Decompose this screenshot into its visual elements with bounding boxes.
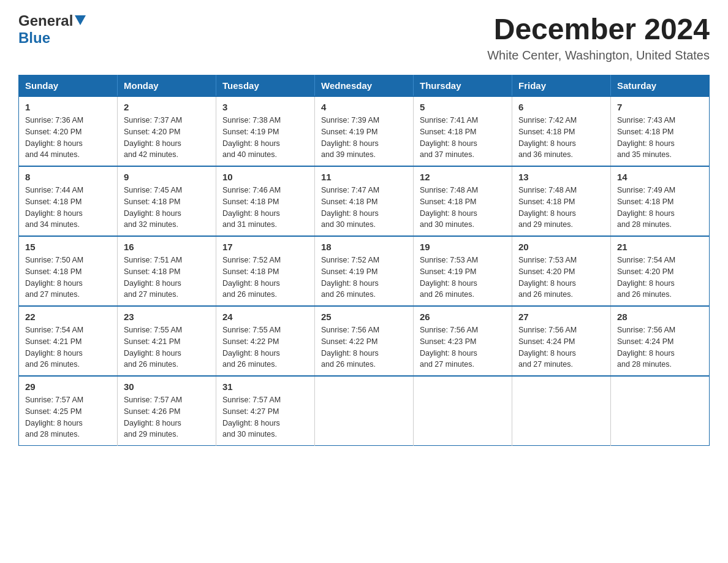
calendar-week-row-3: 15 Sunrise: 7:50 AMSunset: 4:18 PMDaylig… xyxy=(19,236,710,306)
day-info: Sunrise: 7:53 AMSunset: 4:20 PMDaylight:… xyxy=(518,255,604,301)
calendar-cell: 20 Sunrise: 7:53 AMSunset: 4:20 PMDaylig… xyxy=(512,236,611,306)
calendar-cell: 4 Sunrise: 7:39 AMSunset: 4:19 PMDayligh… xyxy=(315,96,414,166)
calendar-cell xyxy=(611,376,710,446)
day-number: 18 xyxy=(321,242,407,252)
calendar-cell: 26 Sunrise: 7:56 AMSunset: 4:23 PMDaylig… xyxy=(414,306,512,376)
day-number: 2 xyxy=(124,102,210,112)
calendar-cell: 31 Sunrise: 7:57 AMSunset: 4:27 PMDaylig… xyxy=(216,376,315,446)
calendar-header-tuesday: Tuesday xyxy=(216,75,315,97)
day-number: 14 xyxy=(617,172,703,182)
day-number: 30 xyxy=(124,381,210,392)
day-number: 22 xyxy=(25,312,111,322)
day-number: 16 xyxy=(124,242,210,252)
day-info: Sunrise: 7:39 AMSunset: 4:19 PMDaylight:… xyxy=(321,115,407,161)
day-number: 23 xyxy=(124,312,210,322)
calendar-header-wednesday: Wednesday xyxy=(315,75,414,97)
logo-triangle-icon xyxy=(75,15,86,28)
calendar-cell: 12 Sunrise: 7:48 AMSunset: 4:18 PMDaylig… xyxy=(414,166,512,236)
calendar-week-row-1: 1 Sunrise: 7:36 AMSunset: 4:20 PMDayligh… xyxy=(19,96,710,166)
day-info: Sunrise: 7:43 AMSunset: 4:18 PMDaylight:… xyxy=(617,115,703,161)
day-info: Sunrise: 7:56 AMSunset: 4:24 PMDaylight:… xyxy=(617,324,703,370)
day-info: Sunrise: 7:51 AMSunset: 4:18 PMDaylight:… xyxy=(124,255,210,301)
day-info: Sunrise: 7:55 AMSunset: 4:21 PMDaylight:… xyxy=(124,324,210,370)
day-number: 3 xyxy=(222,102,308,112)
day-number: 24 xyxy=(222,312,308,322)
calendar-cell: 5 Sunrise: 7:41 AMSunset: 4:18 PMDayligh… xyxy=(414,96,512,166)
day-info: Sunrise: 7:55 AMSunset: 4:22 PMDaylight:… xyxy=(222,324,308,370)
calendar-cell: 16 Sunrise: 7:51 AMSunset: 4:18 PMDaylig… xyxy=(118,236,216,306)
logo-blue-text: Blue xyxy=(18,29,50,46)
day-info: Sunrise: 7:53 AMSunset: 4:19 PMDaylight:… xyxy=(420,255,506,301)
day-number: 20 xyxy=(518,242,604,252)
calendar-week-row-5: 29 Sunrise: 7:57 AMSunset: 4:25 PMDaylig… xyxy=(19,376,710,446)
day-info: Sunrise: 7:57 AMSunset: 4:26 PMDaylight:… xyxy=(124,394,210,440)
calendar-cell xyxy=(315,376,414,446)
day-info: Sunrise: 7:44 AMSunset: 4:18 PMDaylight:… xyxy=(25,185,111,231)
day-info: Sunrise: 7:54 AMSunset: 4:21 PMDaylight:… xyxy=(25,324,111,370)
day-info: Sunrise: 7:56 AMSunset: 4:22 PMDaylight:… xyxy=(321,324,407,370)
calendar-cell xyxy=(512,376,611,446)
calendar-cell: 27 Sunrise: 7:56 AMSunset: 4:24 PMDaylig… xyxy=(512,306,611,376)
calendar-header-sunday: Sunday xyxy=(19,75,118,97)
day-info: Sunrise: 7:54 AMSunset: 4:20 PMDaylight:… xyxy=(617,255,703,301)
calendar-cell: 13 Sunrise: 7:48 AMSunset: 4:18 PMDaylig… xyxy=(512,166,611,236)
calendar-cell: 3 Sunrise: 7:38 AMSunset: 4:19 PMDayligh… xyxy=(216,96,315,166)
day-info: Sunrise: 7:45 AMSunset: 4:18 PMDaylight:… xyxy=(124,185,210,231)
day-info: Sunrise: 7:42 AMSunset: 4:18 PMDaylight:… xyxy=(518,115,604,161)
day-number: 12 xyxy=(420,172,506,182)
day-number: 31 xyxy=(222,381,308,392)
calendar-cell: 25 Sunrise: 7:56 AMSunset: 4:22 PMDaylig… xyxy=(315,306,414,376)
calendar-cell: 19 Sunrise: 7:53 AMSunset: 4:19 PMDaylig… xyxy=(414,236,512,306)
day-info: Sunrise: 7:38 AMSunset: 4:19 PMDaylight:… xyxy=(222,115,308,161)
calendar-header-saturday: Saturday xyxy=(611,75,710,97)
calendar-cell: 18 Sunrise: 7:52 AMSunset: 4:19 PMDaylig… xyxy=(315,236,414,306)
day-number: 19 xyxy=(420,242,506,252)
calendar-header-thursday: Thursday xyxy=(414,75,512,97)
day-number: 29 xyxy=(25,381,111,392)
svg-marker-0 xyxy=(75,15,86,25)
day-number: 7 xyxy=(617,102,703,112)
day-number: 13 xyxy=(518,172,604,182)
calendar-table: SundayMondayTuesdayWednesdayThursdayFrid… xyxy=(18,75,710,446)
day-info: Sunrise: 7:50 AMSunset: 4:18 PMDaylight:… xyxy=(25,255,111,301)
calendar-cell: 28 Sunrise: 7:56 AMSunset: 4:24 PMDaylig… xyxy=(611,306,710,376)
day-number: 10 xyxy=(222,172,308,182)
day-info: Sunrise: 7:46 AMSunset: 4:18 PMDaylight:… xyxy=(222,185,308,231)
day-number: 11 xyxy=(321,172,407,182)
day-number: 17 xyxy=(222,242,308,252)
calendar-cell: 1 Sunrise: 7:36 AMSunset: 4:20 PMDayligh… xyxy=(19,96,118,166)
day-info: Sunrise: 7:57 AMSunset: 4:27 PMDaylight:… xyxy=(222,394,308,440)
calendar-cell: 23 Sunrise: 7:55 AMSunset: 4:21 PMDaylig… xyxy=(118,306,216,376)
day-info: Sunrise: 7:41 AMSunset: 4:18 PMDaylight:… xyxy=(420,115,506,161)
calendar-header-friday: Friday xyxy=(512,75,611,97)
day-info: Sunrise: 7:48 AMSunset: 4:18 PMDaylight:… xyxy=(420,185,506,231)
calendar-header-row: SundayMondayTuesdayWednesdayThursdayFrid… xyxy=(19,75,710,97)
location-title: White Center, Washington, United States xyxy=(487,48,710,63)
day-info: Sunrise: 7:52 AMSunset: 4:18 PMDaylight:… xyxy=(222,255,308,301)
month-title: December 2024 xyxy=(487,12,710,46)
day-number: 21 xyxy=(617,242,703,252)
day-info: Sunrise: 7:56 AMSunset: 4:23 PMDaylight:… xyxy=(420,324,506,370)
calendar-cell: 6 Sunrise: 7:42 AMSunset: 4:18 PMDayligh… xyxy=(512,96,611,166)
calendar-header-monday: Monday xyxy=(118,75,216,97)
calendar-cell xyxy=(414,376,512,446)
calendar-cell: 7 Sunrise: 7:43 AMSunset: 4:18 PMDayligh… xyxy=(611,96,710,166)
calendar-week-row-2: 8 Sunrise: 7:44 AMSunset: 4:18 PMDayligh… xyxy=(19,166,710,236)
day-number: 5 xyxy=(420,102,506,112)
calendar-cell: 17 Sunrise: 7:52 AMSunset: 4:18 PMDaylig… xyxy=(216,236,315,306)
calendar-cell: 21 Sunrise: 7:54 AMSunset: 4:20 PMDaylig… xyxy=(611,236,710,306)
calendar-cell: 10 Sunrise: 7:46 AMSunset: 4:18 PMDaylig… xyxy=(216,166,315,236)
day-info: Sunrise: 7:48 AMSunset: 4:18 PMDaylight:… xyxy=(518,185,604,231)
day-info: Sunrise: 7:52 AMSunset: 4:19 PMDaylight:… xyxy=(321,255,407,301)
calendar-cell: 24 Sunrise: 7:55 AMSunset: 4:22 PMDaylig… xyxy=(216,306,315,376)
day-number: 9 xyxy=(124,172,210,182)
calendar-cell: 15 Sunrise: 7:50 AMSunset: 4:18 PMDaylig… xyxy=(19,236,118,306)
day-number: 6 xyxy=(518,102,604,112)
day-info: Sunrise: 7:36 AMSunset: 4:20 PMDaylight:… xyxy=(25,115,111,161)
calendar-cell: 8 Sunrise: 7:44 AMSunset: 4:18 PMDayligh… xyxy=(19,166,118,236)
logo-general-text: General xyxy=(18,12,73,29)
day-number: 26 xyxy=(420,312,506,322)
day-number: 28 xyxy=(617,312,703,322)
day-info: Sunrise: 7:57 AMSunset: 4:25 PMDaylight:… xyxy=(25,394,111,440)
calendar-cell: 14 Sunrise: 7:49 AMSunset: 4:18 PMDaylig… xyxy=(611,166,710,236)
